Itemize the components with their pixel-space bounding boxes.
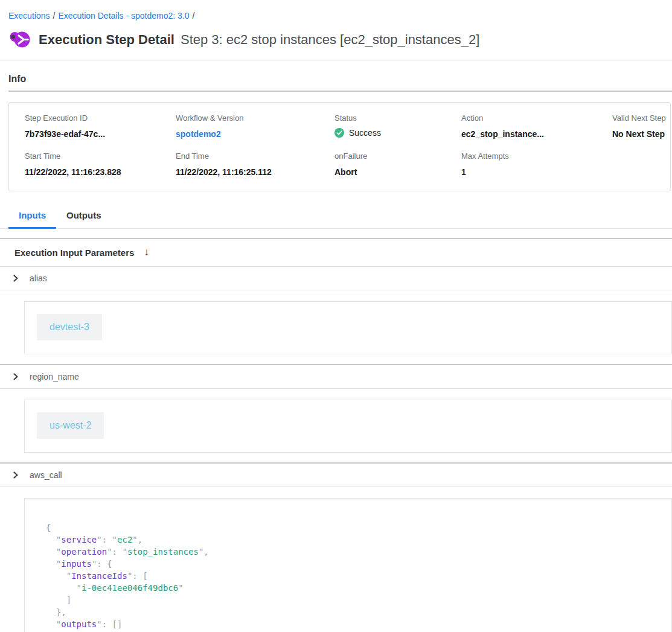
- divider: [0, 487, 672, 487]
- field-end-time: End Time 11/22/2022, 11:16:25.112: [176, 152, 334, 177]
- field-valid-next-step: Valid Next Step No Next Step: [612, 113, 670, 139]
- info-divider: [8, 91, 672, 92]
- workflow-logo-icon: [8, 29, 31, 50]
- aws-call-code-panel: { "service": "ec2", "operation": "stop_i…: [24, 498, 672, 632]
- breadcrumb-link-executions[interactable]: Executions: [8, 11, 50, 21]
- section-toggle-aws-call[interactable]: aws_call: [0, 464, 672, 487]
- divider: [0, 290, 672, 290]
- tab-inputs[interactable]: Inputs: [8, 203, 56, 228]
- section-name: alias: [30, 273, 47, 283]
- chevron-right-icon: [12, 373, 19, 380]
- params-title: Execution Input Parameters: [14, 247, 134, 258]
- alias-value-chip: devtest-3: [37, 314, 102, 340]
- execution-input-parameters-header: Execution Input Parameters ↓: [0, 239, 672, 266]
- divider: [0, 388, 672, 389]
- section-name: aws_call: [30, 470, 62, 480]
- field-workflow-version: Workflow & Version spotdemo2: [176, 113, 334, 139]
- alias-value-panel: devtest-3: [24, 301, 672, 354]
- aws-call-json: { "service": "ec2", "operation": "stop_i…: [46, 522, 671, 632]
- section-toggle-region-name[interactable]: region_name: [0, 365, 672, 388]
- chevron-right-icon: [12, 471, 19, 479]
- breadcrumb: Executions/Execution Details - spotdemo2…: [0, 0, 672, 22]
- field-step-execution-id: Step Execution ID 7b73f93e-edaf-47c...: [25, 113, 176, 139]
- info-card: Step Execution ID 7b73f93e-edaf-47c... W…: [8, 102, 671, 191]
- breadcrumb-separator: /: [193, 11, 195, 21]
- breadcrumb-link-execution-details[interactable]: Execution Details - spotdemo2: 3.0: [58, 11, 189, 21]
- field-action: Action ec2_stop_instance...: [461, 113, 612, 139]
- field-max-attempts: Max Attempts 1: [461, 152, 612, 177]
- page-subtitle: Step 3: ec2 stop instances [ec2_stop_ins…: [181, 32, 479, 48]
- page-title: Execution Step Detail: [39, 32, 174, 48]
- tab-outputs[interactable]: Outputs: [56, 203, 112, 228]
- field-start-time: Start Time 11/22/2022, 11:16:23.828: [25, 152, 176, 177]
- chevron-right-icon: [12, 275, 19, 282]
- info-heading: Info: [8, 74, 664, 85]
- check-circle-icon: [334, 128, 344, 138]
- field-status: Status Success: [334, 113, 461, 139]
- page-header: Execution Step Detail Step 3: ec2 stop i…: [0, 22, 672, 60]
- status-badge: Success: [349, 128, 381, 138]
- section-toggle-alias[interactable]: alias: [0, 267, 672, 290]
- breadcrumb-separator: /: [53, 11, 55, 21]
- region-name-value-panel: us-west-2: [24, 400, 672, 453]
- tab-bar: Inputs Outputs: [0, 203, 672, 229]
- field-onfailure: onFailure Abort: [334, 152, 461, 177]
- workflow-link[interactable]: spotdemo2: [176, 129, 334, 139]
- arrow-down-icon[interactable]: ↓: [144, 246, 149, 258]
- empty-cell: [612, 152, 670, 177]
- region-name-value-chip: us-west-2: [37, 412, 104, 439]
- section-name: region_name: [30, 372, 79, 381]
